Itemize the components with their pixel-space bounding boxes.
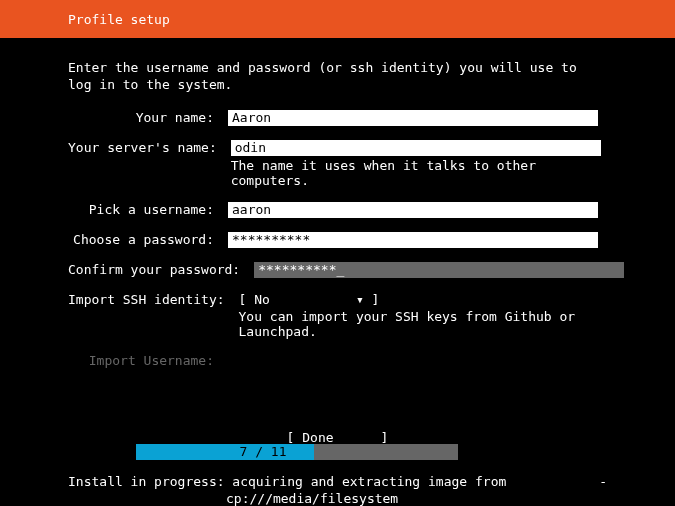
chevron-down-icon: ▾ [356, 292, 364, 307]
header-bar: Profile setup [0, 0, 675, 38]
your-name-input[interactable]: Aaron [228, 110, 598, 126]
progress-bar: 7 / 11 [68, 444, 458, 460]
label-ssh-identity: Import SSH identity: [68, 292, 239, 307]
intro-text: Enter the username and password (or ssh … [68, 60, 607, 94]
server-name-input[interactable]: odin [231, 140, 601, 156]
password-input[interactable]: ********** [228, 232, 598, 248]
label-password: Choose a password: [68, 232, 228, 247]
label-username: Pick a username: [68, 202, 228, 217]
row-confirm-password: Confirm your password: **********_ [68, 262, 607, 278]
install-line1: Install in progress: acquiring and extra… [68, 474, 506, 491]
row-username: Pick a username: aaron [68, 202, 607, 218]
spinner-icon: - [599, 474, 607, 491]
label-import-username: Import Username: [68, 353, 228, 368]
done-label: Done [302, 430, 333, 445]
bracket-close: ] [364, 292, 380, 307]
bracket-open: [ [239, 292, 255, 307]
ssh-identity-hint: You can import your SSH keys from Github… [239, 309, 607, 339]
main-content: Enter the username and password (or ssh … [0, 38, 675, 445]
username-input[interactable]: aaron [228, 202, 598, 218]
done-button[interactable]: [ Done ] [68, 430, 607, 445]
label-your-name: Your name: [68, 110, 228, 125]
label-server-name: Your server's name: [68, 140, 231, 155]
row-your-name: Your name: Aaron [68, 110, 607, 126]
server-name-hint: The name it uses when it talks to other … [231, 158, 607, 188]
page-title: Profile setup [68, 12, 170, 27]
row-import-username: Import Username: [68, 353, 607, 368]
ssh-identity-select[interactable]: [ No ▾ ] [239, 292, 607, 307]
install-status: Install in progress: acquiring and extra… [68, 474, 607, 506]
row-ssh-identity: Import SSH identity: [ No ▾ ] You can im… [68, 292, 607, 339]
install-line2: cp:///media/filesystem [68, 491, 607, 506]
label-confirm-password: Confirm your password: [68, 262, 254, 277]
row-server-name: Your server's name: odin The name it use… [68, 140, 607, 188]
row-password: Choose a password: ********** [68, 232, 607, 248]
ssh-identity-value: No [254, 292, 270, 307]
progress-text: 7 / 11 [68, 444, 458, 460]
confirm-password-input[interactable]: **********_ [254, 262, 624, 278]
